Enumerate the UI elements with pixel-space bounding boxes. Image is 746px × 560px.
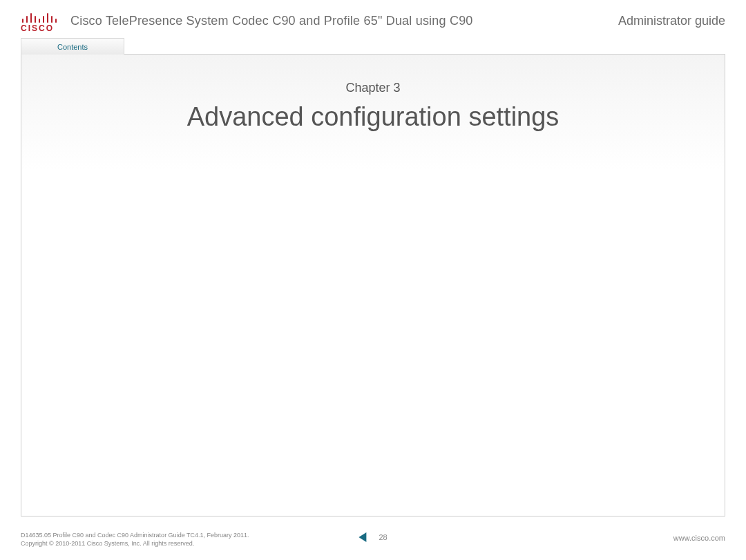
page-header: CISCO Cisco TelePresence System Codec C9…	[21, 7, 725, 35]
cisco-logo: CISCO	[21, 9, 62, 32]
content-frame: Chapter 3 Advanced configuration setting…	[21, 54, 725, 516]
cisco-logo-text: CISCO	[21, 24, 62, 32]
page-number: 28	[379, 533, 387, 541]
tab-contents[interactable]: Contents	[21, 38, 124, 55]
chapter-title: Advanced configuration settings	[21, 95, 725, 132]
prev-page-icon[interactable]	[358, 532, 366, 542]
tab-bar: Contents	[21, 37, 725, 54]
cisco-logo-bars-icon	[21, 12, 62, 23]
document-title: Cisco TelePresence System Codec C90 and …	[70, 14, 473, 28]
document-page: CISCO Cisco TelePresence System Codec C9…	[0, 0, 746, 560]
page-footer: D14635.05 Profile C90 and Codec C90 Admi…	[21, 531, 725, 552]
document-guide-label: Administrator guide	[618, 14, 725, 28]
footer-pagination: 28	[358, 532, 387, 542]
chapter-label: Chapter 3	[21, 55, 725, 95]
footer-url[interactable]: www.cisco.com	[673, 534, 725, 542]
